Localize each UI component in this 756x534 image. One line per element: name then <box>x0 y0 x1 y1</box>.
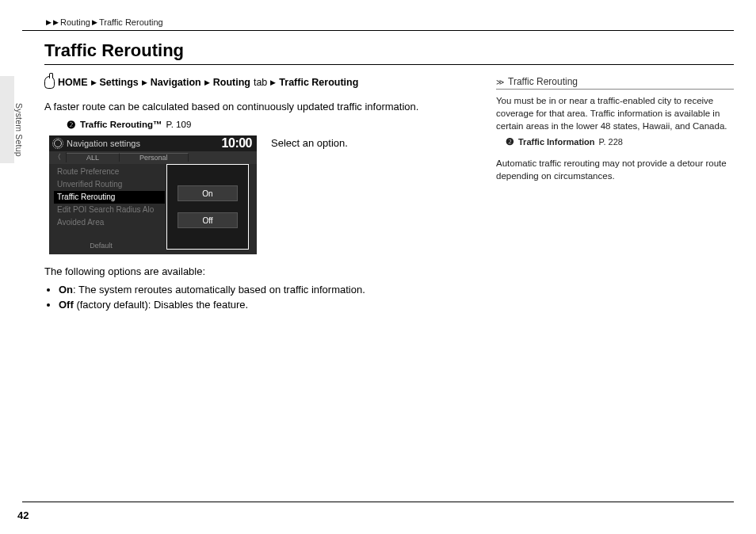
side-tab <box>0 76 14 163</box>
option-label: On <box>59 284 73 296</box>
xref-page: P. 109 <box>166 120 192 129</box>
step-instruction: Select an option. <box>271 135 348 254</box>
triangle-icon: ▶ <box>142 78 147 86</box>
option-text: : The system reroutes automatically base… <box>73 284 365 296</box>
triangle-icon: ▶ <box>91 78 97 86</box>
path-tab-word: tab <box>254 77 267 88</box>
popup-option-off: Off <box>178 212 238 228</box>
intro-text: A faster route can be calculated based o… <box>44 100 482 114</box>
link-arrow-icon: ❷ <box>506 135 514 149</box>
screen-clock: 10:00 <box>222 136 252 151</box>
sidenote-title: Traffic Rerouting <box>508 76 578 87</box>
triangle-icon: ▶ <box>270 78 276 86</box>
note-icon: ≫ <box>496 78 502 86</box>
footer-default: Default <box>49 242 153 253</box>
path-navigation: Navigation <box>151 77 201 88</box>
path-routing: Routing <box>213 77 250 88</box>
triangle-icon: ▶ <box>46 18 52 26</box>
divider <box>44 64 734 65</box>
menu-path: HOME ▶ Settings ▶ Navigation ▶ Routing t… <box>44 76 482 89</box>
page-title: Traffic Rerouting <box>44 40 734 61</box>
divider <box>22 502 734 502</box>
sidenote-heading: ≫ Traffic Rerouting <box>496 76 734 90</box>
path-settings: Settings <box>100 77 139 88</box>
sidenote-paragraph: You must be in or near a traffic-enabled… <box>496 94 734 132</box>
options-list: On: The system reroutes automatically ba… <box>59 282 482 313</box>
gear-icon <box>54 139 62 147</box>
screen-header: Navigation settings <box>67 139 217 148</box>
triangle-icon: ▶ <box>204 78 210 86</box>
option-popup: On Off <box>166 164 249 250</box>
xref-page: P. 228 <box>599 136 623 148</box>
triangle-icon: ▶ <box>53 18 59 26</box>
side-section-label: System Setup <box>14 103 24 157</box>
page-number: 42 <box>17 509 29 521</box>
link-arrow-icon: ❷ <box>67 119 76 131</box>
ui-screenshot: Navigation settings 10:00 〈 ALL Personal… <box>49 135 257 254</box>
path-leaf: Traffic Rerouting <box>279 77 358 88</box>
breadcrumb-item: Routing <box>60 17 90 27</box>
option-label: Off <box>59 299 74 311</box>
divider <box>22 30 734 31</box>
triangle-icon: ▶ <box>92 18 97 26</box>
popup-option-on: On <box>178 185 238 201</box>
cross-reference: ❷ Traffic Information P. 228 <box>506 135 734 149</box>
xref-label: Traffic Rerouting™ <box>80 120 162 129</box>
hand-icon <box>44 76 55 89</box>
option-text: (factory default): Disables the feature. <box>74 299 248 311</box>
back-icon: 〈 <box>49 152 67 162</box>
tab-personal: Personal <box>120 153 189 162</box>
sidenote-paragraph: Automatic traffic rerouting may not prov… <box>496 157 734 182</box>
xref-label: Traffic Information <box>518 136 595 148</box>
option-on: On: The system reroutes automatically ba… <box>59 282 482 298</box>
breadcrumb-item: Traffic Rerouting <box>99 17 163 27</box>
cross-reference: ❷ Traffic Rerouting™ P. 109 <box>67 119 482 131</box>
options-intro: The following options are available: <box>44 265 482 277</box>
breadcrumb: ▶ ▶ Routing ▶ Traffic Rerouting <box>46 17 734 27</box>
list-item-active: Traffic Rerouting <box>54 191 165 204</box>
path-home: HOME <box>58 77 88 88</box>
option-off: Off (factory default): Disables the feat… <box>59 297 482 313</box>
tab-all: ALL <box>67 153 120 162</box>
